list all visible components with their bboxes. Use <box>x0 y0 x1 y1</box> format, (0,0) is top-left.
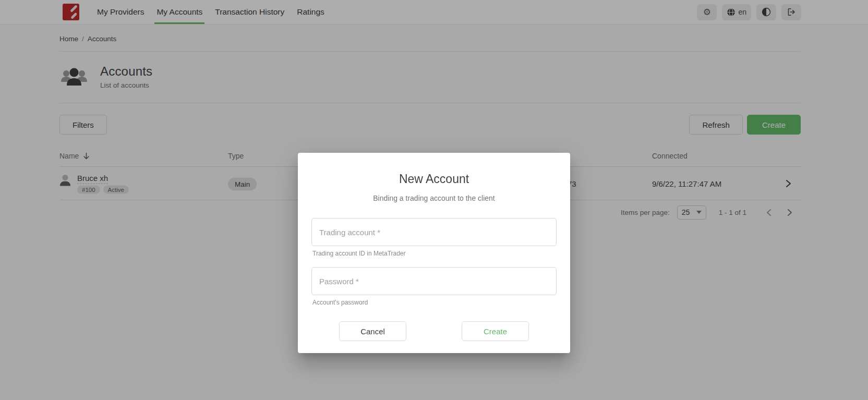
dialog-create-button[interactable]: Create <box>462 321 529 341</box>
password-input[interactable] <box>311 267 557 295</box>
dialog-cancel-button[interactable]: Cancel <box>339 321 406 341</box>
trading-account-hint: Trading account ID in MetaTrader <box>312 250 557 257</box>
dialog-subtitle: Binding a trading account to the client <box>311 194 557 202</box>
new-account-dialog: New Account Binding a trading account to… <box>298 153 570 353</box>
dialog-actions: Cancel Create <box>311 321 557 341</box>
dialog-title: New Account <box>311 172 557 186</box>
password-hint: Account's password <box>312 299 557 306</box>
trading-account-field-group: Trading account ID in MetaTrader <box>311 218 557 257</box>
trading-account-input[interactable] <box>311 218 557 246</box>
password-field-group: Account's password <box>311 267 557 306</box>
